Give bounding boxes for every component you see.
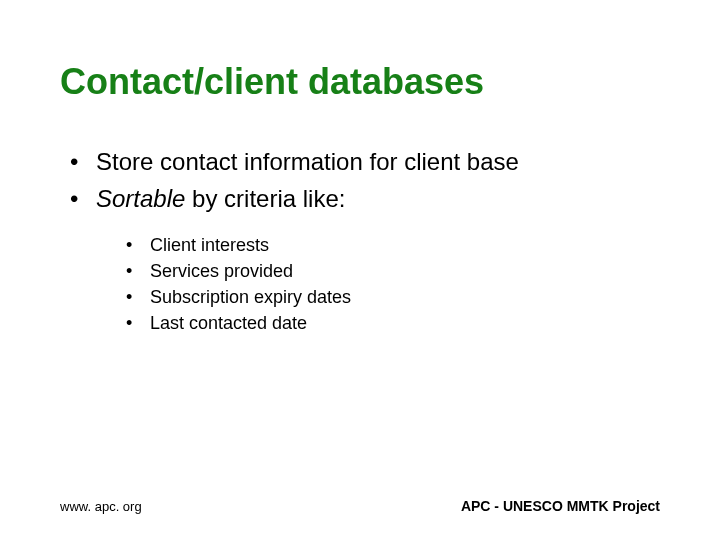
sub-bullet-item: Last contacted date	[126, 310, 660, 336]
sub-bullet-list: Client interests Services provided Subsc…	[126, 232, 660, 336]
main-bullet-list: Store contact information for client bas…	[70, 143, 660, 336]
sub-bullet-item: Subscription expiry dates	[126, 284, 660, 310]
bullet-text: by criteria like:	[185, 185, 345, 212]
footer-url: www. apc. org	[60, 499, 142, 514]
footer-project: APC - UNESCO MMTK Project	[461, 498, 660, 514]
bullet-italic-word: Sortable	[96, 185, 185, 212]
footer: www. apc. org APC - UNESCO MMTK Project	[60, 498, 660, 514]
slide: Contact/client databases Store contact i…	[0, 0, 720, 540]
slide-title: Contact/client databases	[60, 60, 660, 103]
bullet-item: Store contact information for client bas…	[70, 143, 660, 180]
sub-bullet-item: Services provided	[126, 258, 660, 284]
sub-bullet-item: Client interests	[126, 232, 660, 258]
bullet-item: Sortable by criteria like: Client intere…	[70, 180, 660, 336]
